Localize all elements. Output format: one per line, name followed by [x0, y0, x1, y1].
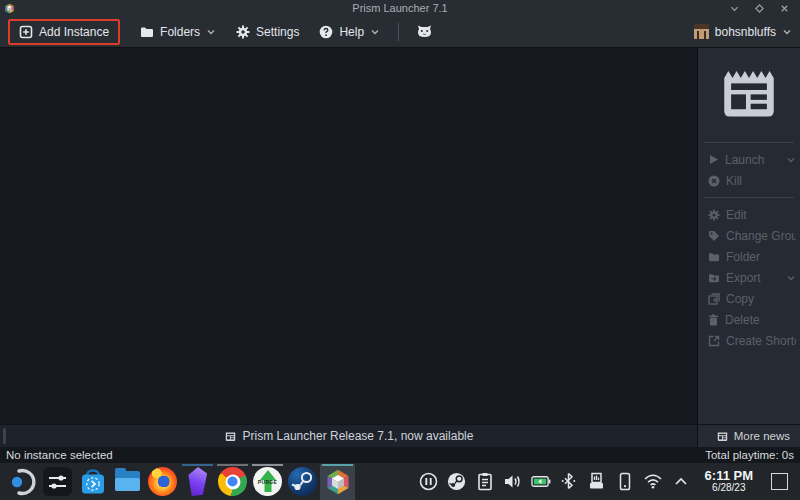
- sidebar-action-kill[interactable]: Kill: [698, 170, 800, 191]
- folders-button[interactable]: Folders: [132, 20, 224, 44]
- action-label: Copy: [726, 292, 796, 306]
- newspaper-icon: [224, 431, 237, 442]
- settings-sliders-icon: [43, 467, 72, 496]
- add-instance-label: Add Instance: [39, 25, 109, 39]
- prism-launcher-icon: [324, 468, 352, 496]
- news-message: Prism Launcher Release 7.1, now availabl…: [243, 429, 474, 443]
- minimize-button[interactable]: [729, 3, 740, 14]
- more-news-button[interactable]: More news: [697, 424, 800, 447]
- account-menu[interactable]: bohsnbluffs: [694, 24, 792, 39]
- desktop: Prism Launcher 7.1 Add Instance: [0, 0, 800, 500]
- tray-expander-caret-icon[interactable]: [671, 477, 691, 486]
- action-label: Change Group: [726, 229, 796, 243]
- task-indicator: [182, 464, 213, 466]
- folder-icon: [708, 252, 720, 262]
- maximize-button[interactable]: [754, 3, 765, 14]
- account-avatar: [694, 24, 709, 39]
- steam-button[interactable]: [285, 464, 320, 500]
- app-launcher-button[interactable]: [5, 464, 40, 500]
- obsidian-icon: [186, 467, 210, 496]
- settings-button[interactable]: Settings: [228, 20, 307, 44]
- action-label: Edit: [726, 208, 796, 222]
- action-label: Create Shortcut: [726, 334, 796, 348]
- bluetooth-tray-icon[interactable]: [559, 472, 579, 490]
- task-indicator: [322, 464, 353, 466]
- close-button[interactable]: [779, 3, 790, 14]
- system-tray: 6:11 PM 6/28/23: [419, 469, 800, 493]
- steam-icon: [288, 467, 317, 496]
- instance-list-area[interactable]: [0, 48, 697, 424]
- clipboard-tray-icon[interactable]: [475, 472, 495, 491]
- usb-device-tray-icon[interactable]: [587, 472, 607, 491]
- window-titlebar[interactable]: Prism Launcher 7.1: [0, 0, 800, 16]
- chrome-button[interactable]: [215, 464, 250, 500]
- settings-label: Settings: [256, 25, 299, 39]
- total-playtime: Total playtime: 0s: [705, 449, 794, 461]
- status-left: No instance selected: [6, 449, 113, 461]
- status-bar: No instance selected Total playtime: 0s: [0, 447, 800, 462]
- help-button[interactable]: Help: [311, 20, 388, 44]
- settings-sliders-button[interactable]: [40, 464, 75, 500]
- battery-tray-icon[interactable]: [531, 475, 551, 488]
- prism-launcher-button[interactable]: [320, 464, 355, 500]
- firefox-icon: [148, 467, 177, 496]
- chevron-down-icon: [370, 28, 380, 36]
- wifi-tray-icon[interactable]: [643, 473, 663, 489]
- news-toolbar-grip[interactable]: [3, 428, 6, 444]
- discover-store-button[interactable]: [75, 464, 110, 500]
- sidebar-action-edit[interactable]: Edit: [698, 204, 800, 225]
- obsidian-button[interactable]: [180, 464, 215, 500]
- sidebar-action-export[interactable]: Export: [698, 267, 800, 288]
- chevron-down-icon: [786, 274, 796, 282]
- action-label: Kill: [726, 174, 796, 188]
- cat-icon: [417, 25, 432, 38]
- steam-tray-icon[interactable]: [447, 472, 467, 491]
- app-launcher-icon: [9, 468, 37, 496]
- sidebar-action-delete[interactable]: Delete: [698, 309, 800, 330]
- toolbar-separator: [398, 23, 399, 41]
- instance-sidebar: Launch Kill: [697, 48, 800, 424]
- purge-label: PURGE: [258, 479, 277, 485]
- sidebar-action-change-group[interactable]: Change Group: [698, 225, 800, 246]
- clock-time: 6:11 PM: [705, 469, 753, 483]
- copy-icon: [708, 293, 720, 305]
- sidebar-action-launch[interactable]: Launch: [698, 149, 800, 170]
- cat-toggle-button[interactable]: [409, 20, 440, 43]
- help-icon: [319, 25, 333, 39]
- add-instance-button[interactable]: Add Instance: [8, 19, 120, 45]
- main-toolbar: Add Instance Folders Settings: [0, 16, 800, 48]
- trash-icon: [708, 314, 719, 326]
- shortcut-icon: [708, 335, 720, 347]
- gear-icon: [236, 25, 250, 39]
- action-label: Export: [726, 271, 780, 285]
- export-icon: [708, 273, 720, 283]
- phone-connect-tray-icon[interactable]: [615, 472, 635, 491]
- newspaper-icon: [716, 431, 729, 442]
- purge-icon: PURGE: [253, 467, 282, 496]
- sidebar-action-copy[interactable]: Copy: [698, 288, 800, 309]
- play-icon: [708, 154, 719, 165]
- media-pause-tray-icon[interactable]: [419, 472, 439, 491]
- chevron-down-icon: [206, 28, 216, 36]
- gear-icon: [708, 209, 720, 221]
- sidebar-action-create-shortcut[interactable]: Create Shortcut: [698, 330, 800, 351]
- window-title: Prism Launcher 7.1: [0, 0, 800, 16]
- news-placeholder-icon: [698, 54, 800, 136]
- clock[interactable]: 6:11 PM 6/28/23: [699, 469, 759, 493]
- volume-tray-icon[interactable]: [503, 473, 523, 490]
- firefox-button[interactable]: [145, 464, 180, 500]
- file-manager-button[interactable]: [110, 464, 145, 500]
- sidebar-action-folder[interactable]: Folder: [698, 246, 800, 267]
- help-label: Help: [339, 25, 364, 39]
- action-label: Delete: [725, 313, 796, 327]
- add-instance-icon: [19, 25, 33, 39]
- discover-store-icon: [79, 468, 107, 496]
- clock-date: 6/28/23: [705, 483, 753, 494]
- kill-icon: [708, 175, 720, 187]
- folders-label: Folders: [160, 25, 200, 39]
- news-ticker[interactable]: Prism Launcher Release 7.1, now availabl…: [0, 424, 697, 447]
- peek-desktop-button[interactable]: [771, 473, 788, 490]
- taskbar: PURGE: [0, 462, 800, 500]
- action-label: Launch: [725, 153, 780, 167]
- purge-button[interactable]: PURGE: [250, 464, 285, 500]
